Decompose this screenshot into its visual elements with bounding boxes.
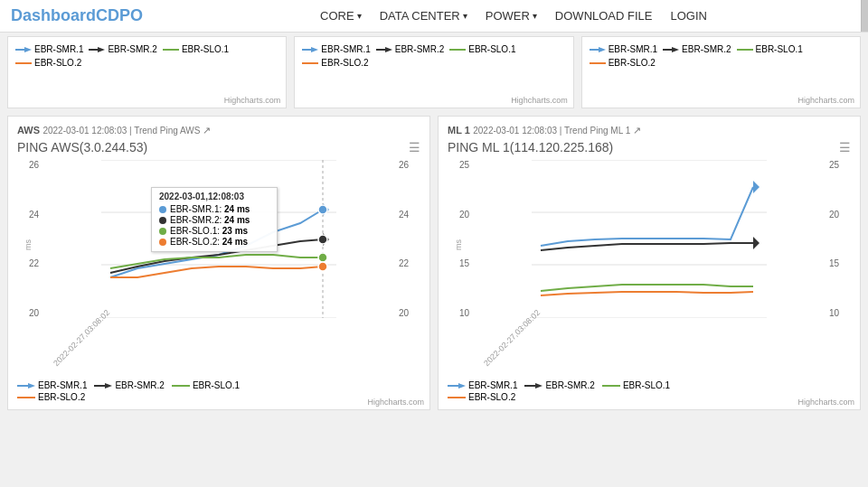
highcharts-credit-3: Highcharts.com <box>797 96 854 105</box>
aws-legend-slo2: EBR-SLO.2 <box>17 392 85 402</box>
ml-label: ML 1 <box>448 125 470 136</box>
ml-highcharts: Highcharts.com <box>797 398 854 407</box>
trend-up-icon: ↗ <box>203 125 211 136</box>
aws-svg <box>42 160 395 318</box>
top-legend-1b: EBR-SLO.2 <box>15 58 278 68</box>
top-legend-2b: EBR-SLO.2 <box>302 58 565 68</box>
nav-links: CORE ▾ DATA CENTER ▾ POWER ▾ DOWNLOAD FI… <box>170 9 857 23</box>
aws-chart-wrapper: 26 24 22 20 <box>17 160 420 321</box>
aws-legend-smr1: EBR-SMR.1 <box>17 380 87 390</box>
core-arrow-icon: ▾ <box>357 11 362 21</box>
top-chart-1: EBR-SMR.1 EBR-SMR.2 EBR-SLO.1 EBR-SLO.2 … <box>7 36 287 108</box>
ml-chart-title: PING ML 1(114.120.225.168) <box>448 140 613 155</box>
aws-chart-card: AWS 2022-03-01 12:08:03 | Trend Ping AWS… <box>7 116 430 410</box>
aws-legend: EBR-SMR.1 EBR-SMR.2 EBR-SLO.1 <box>17 380 420 390</box>
ml-menu-icon[interactable]: ☰ <box>839 140 851 155</box>
svg-marker-44 <box>535 383 542 389</box>
ml-legend-smr1: EBR-SMR.1 <box>448 380 517 390</box>
svg-marker-7 <box>311 47 318 52</box>
svg-marker-15 <box>672 47 679 52</box>
nav-download[interactable]: DOWNLOAD FILE <box>555 9 653 23</box>
ml-chart-inner: ms 2022-02-27,03:08:02 <box>473 160 826 321</box>
svg-marker-3 <box>98 47 105 52</box>
aws-chart-title: PING AWS(3.0.244.53) <box>17 140 147 155</box>
legend-smr1: EBR-SMR.1 <box>15 44 83 54</box>
aws-timestamp: 2022-03-01 12:08:03 | Trend Ping AWS ↗ <box>42 126 211 136</box>
legend-smr2-3: EBR-SMR.2 <box>663 44 731 54</box>
nav-core[interactable]: CORE ▾ <box>320 9 362 23</box>
svg-point-28 <box>318 262 327 271</box>
ml-title-row: PING ML 1(114.120.225.168) ☰ <box>448 140 851 155</box>
svg-marker-42 <box>458 383 466 389</box>
nav-brand[interactable]: DashboardCDPO <box>11 6 143 25</box>
top-legend-1: EBR-SMR.1 EBR-SMR.2 EBR-SLO.1 <box>15 44 278 54</box>
aws-legend-slo1: EBR-SLO.1 <box>172 380 240 390</box>
svg-marker-9 <box>385 47 392 52</box>
aws-chart-inner: 2022-03-01,12:08:03 EBR-SMR.1: 24 ms EBR… <box>42 160 395 321</box>
ml-trend-icon: ↗ <box>633 125 641 136</box>
ml-legend-2: EBR-SLO.2 <box>448 392 851 402</box>
legend-slo2-3: EBR-SLO.2 <box>590 58 656 68</box>
aws-y-label: ms <box>24 239 33 250</box>
aws-legend-smr2: EBR-SMR.2 <box>94 380 164 390</box>
aws-y-axis-right: 26 24 22 20 <box>395 160 420 318</box>
bottom-row: AWS 2022-03-01 12:08:03 | Trend Ping AWS… <box>7 116 861 410</box>
power-arrow-icon: ▾ <box>533 11 537 21</box>
svg-marker-1 <box>24 47 32 52</box>
legend-slo2: EBR-SLO.2 <box>15 58 81 68</box>
ml-chart-wrapper: 25 20 15 10 <box>448 160 851 321</box>
scrollbar[interactable] <box>861 0 868 32</box>
nav-datacenter[interactable]: DATA CENTER ▾ <box>380 9 467 23</box>
aws-menu-icon[interactable]: ☰ <box>409 140 420 155</box>
aws-title-row: PING AWS(3.0.244.53) ☰ <box>17 140 420 155</box>
ml-chart-card: ML 1 2022-03-01 12:08:03 | Trend Ping ML… <box>438 116 861 410</box>
nav-power[interactable]: POWER ▾ <box>486 9 537 23</box>
aws-label: AWS <box>17 125 40 136</box>
ml-legend-slo2: EBR-SLO.2 <box>448 392 515 402</box>
ml-timestamp: 2022-03-01 12:08:03 | Trend Ping ML 1 ↗ <box>473 126 641 136</box>
aws-highcharts: Highcharts.com <box>367 398 424 407</box>
legend-smr2-2: EBR-SMR.2 <box>376 44 444 54</box>
top-chart-2: EBR-SMR.1 EBR-SMR.2 EBR-SLO.1 EBR-SLO.2 … <box>294 36 573 108</box>
top-legend-3b: EBR-SLO.2 <box>590 58 853 68</box>
legend-smr1-2: EBR-SMR.1 <box>302 44 370 54</box>
legend-slo2-2: EBR-SLO.2 <box>302 58 368 68</box>
ml-card-header: ML 1 2022-03-01 12:08:03 | Trend Ping ML… <box>448 124 851 136</box>
ml-y-label: ms <box>454 239 463 250</box>
navbar: DashboardCDPO CORE ▾ DATA CENTER ▾ POWER… <box>0 0 868 33</box>
svg-point-26 <box>318 235 327 244</box>
aws-legend-2: EBR-SLO.2 <box>17 392 420 402</box>
svg-marker-40 <box>753 237 760 249</box>
svg-point-25 <box>318 205 327 214</box>
ml-legend: EBR-SMR.1 EBR-SMR.2 EBR-SLO.1 <box>448 380 851 390</box>
svg-marker-39 <box>753 181 760 193</box>
svg-marker-30 <box>28 383 35 389</box>
legend-slo1-2: EBR-SLO.1 <box>449 44 515 54</box>
svg-marker-32 <box>105 383 112 389</box>
top-chart-3: EBR-SMR.1 EBR-SMR.2 EBR-SLO.1 EBR-SLO.2 … <box>581 36 861 108</box>
ml-y-axis-right: 25 20 15 10 <box>826 160 851 318</box>
brand-accent: CDPO <box>96 6 143 24</box>
datacenter-arrow-icon: ▾ <box>463 11 467 21</box>
svg-point-27 <box>318 253 327 262</box>
legend-slo1: EBR-SLO.1 <box>163 44 229 54</box>
legend-smr1-3: EBR-SMR.1 <box>590 44 657 54</box>
nav-login[interactable]: LOGIN <box>670 9 706 23</box>
svg-marker-13 <box>599 47 606 52</box>
legend-slo1-3: EBR-SLO.1 <box>737 44 803 54</box>
top-row: EBR-SMR.1 EBR-SMR.2 EBR-SLO.1 EBR-SLO.2 … <box>7 36 861 108</box>
highcharts-credit-2: Highcharts.com <box>511 96 568 105</box>
ml-svg <box>473 160 826 318</box>
main-content: EBR-SMR.1 EBR-SMR.2 EBR-SLO.1 EBR-SLO.2 … <box>0 33 868 487</box>
ml-legend-smr2: EBR-SMR.2 <box>524 380 594 390</box>
legend-smr2: EBR-SMR.2 <box>89 44 156 54</box>
ml-legend-slo1: EBR-SLO.1 <box>602 380 670 390</box>
top-legend-3: EBR-SMR.1 EBR-SMR.2 EBR-SLO.1 <box>590 44 853 54</box>
highcharts-credit-1: Highcharts.com <box>224 96 281 105</box>
brand-main: Dashboard <box>11 6 96 24</box>
top-legend-2: EBR-SMR.1 EBR-SMR.2 EBR-SLO.1 <box>302 44 565 54</box>
aws-card-header: AWS 2022-03-01 12:08:03 | Trend Ping AWS… <box>17 124 420 136</box>
